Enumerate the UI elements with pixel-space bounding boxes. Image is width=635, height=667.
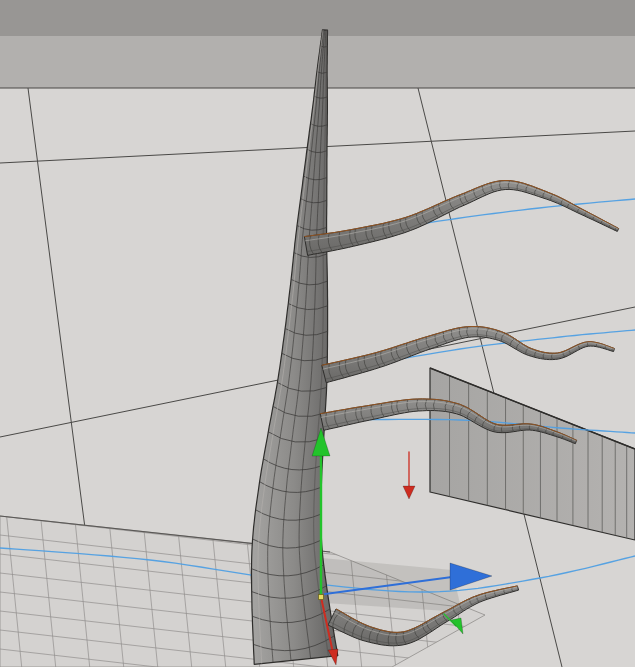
3d-viewport[interactable] bbox=[0, 0, 635, 667]
viewport-canvas[interactable] bbox=[0, 0, 635, 667]
gizmo-origin-handle[interactable] bbox=[319, 595, 324, 600]
